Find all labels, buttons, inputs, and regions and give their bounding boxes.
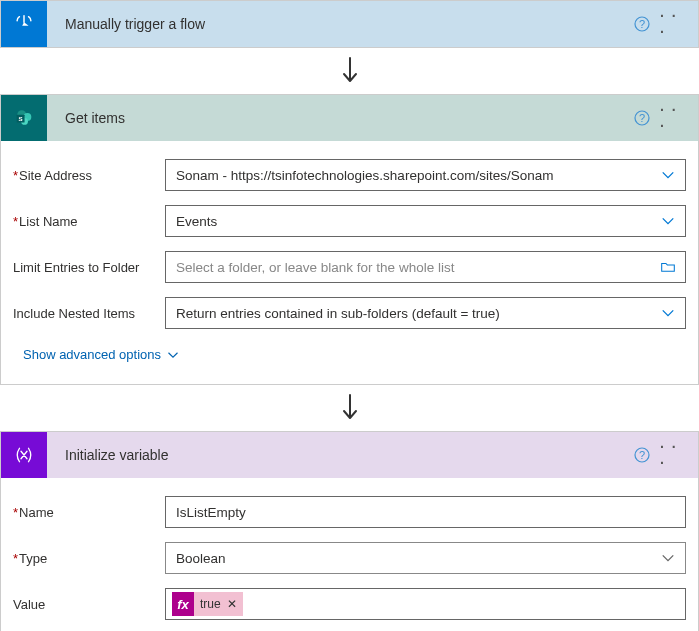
svg-text:?: ? (639, 112, 645, 124)
field-label: *Name (13, 505, 165, 520)
list-name-input[interactable]: Events (165, 205, 686, 237)
initialize-variable-card[interactable]: Initialize variable ? · · · *Name IsList… (0, 431, 699, 631)
card-body: *Site Address Sonam - https://tsinfotech… (1, 141, 698, 384)
field-label: *Type (13, 551, 165, 566)
card-header: Manually trigger a flow ? · · · (1, 1, 698, 47)
more-menu-icon[interactable]: · · · (660, 104, 688, 132)
expression-token[interactable]: fx true ✕ (172, 592, 243, 616)
field-row: Include Nested Items Return entries cont… (13, 297, 686, 329)
help-icon[interactable]: ? (628, 10, 656, 38)
limit-entries-input[interactable]: Select a folder, or leave blank for the … (165, 251, 686, 283)
chevron-down-icon[interactable] (651, 206, 685, 236)
card-title: Initialize variable (47, 447, 624, 463)
card-title: Get items (47, 110, 624, 126)
trigger-card[interactable]: Manually trigger a flow ? · · · (0, 0, 699, 48)
svg-text:S: S (19, 115, 23, 122)
site-address-input[interactable]: Sonam - https://tsinfotechnologies.share… (165, 159, 686, 191)
flow-arrow (0, 48, 699, 94)
sharepoint-icon: S (1, 95, 47, 141)
help-icon[interactable]: ? (628, 441, 656, 469)
svg-text:?: ? (639, 18, 645, 30)
card-body: *Name IsListEmpty *Type Boolean Value fx… (1, 478, 698, 631)
close-icon[interactable]: ✕ (227, 597, 237, 611)
more-menu-icon[interactable]: · · · (660, 441, 688, 469)
field-row: *Site Address Sonam - https://tsinfotech… (13, 159, 686, 191)
card-header: S Get items ? · · · (1, 95, 698, 141)
field-row: *List Name Events (13, 205, 686, 237)
chevron-down-icon (167, 349, 179, 361)
field-label: *List Name (13, 214, 165, 229)
flow-arrow (0, 385, 699, 431)
card-title: Manually trigger a flow (47, 16, 624, 32)
help-icon[interactable]: ? (628, 104, 656, 132)
chevron-down-icon[interactable] (651, 543, 685, 573)
variable-value-input[interactable]: fx true ✕ (165, 588, 686, 620)
variable-icon (1, 432, 47, 478)
include-nested-input[interactable]: Return entries contained in sub-folders … (165, 297, 686, 329)
field-row: Value fx true ✕ (13, 588, 686, 620)
field-label: *Site Address (13, 168, 165, 183)
show-advanced-link[interactable]: Show advanced options (13, 343, 179, 380)
card-header: Initialize variable ? · · · (1, 432, 698, 478)
folder-icon[interactable] (651, 252, 685, 282)
field-label: Limit Entries to Folder (13, 260, 165, 275)
finger-tap-icon (1, 1, 47, 47)
field-label: Value (13, 597, 165, 612)
chevron-down-icon[interactable] (651, 160, 685, 190)
more-menu-icon[interactable]: · · · (660, 10, 688, 38)
field-label: Include Nested Items (13, 306, 165, 321)
get-items-card[interactable]: S Get items ? · · · *Site Address Sonam … (0, 94, 699, 385)
field-row: *Name IsListEmpty (13, 496, 686, 528)
field-row: Limit Entries to Folder Select a folder,… (13, 251, 686, 283)
chevron-down-icon[interactable] (651, 298, 685, 328)
variable-type-select[interactable]: Boolean (165, 542, 686, 574)
svg-text:?: ? (639, 449, 645, 461)
field-row: *Type Boolean (13, 542, 686, 574)
fx-badge: fx (172, 592, 194, 616)
variable-name-input[interactable]: IsListEmpty (165, 496, 686, 528)
